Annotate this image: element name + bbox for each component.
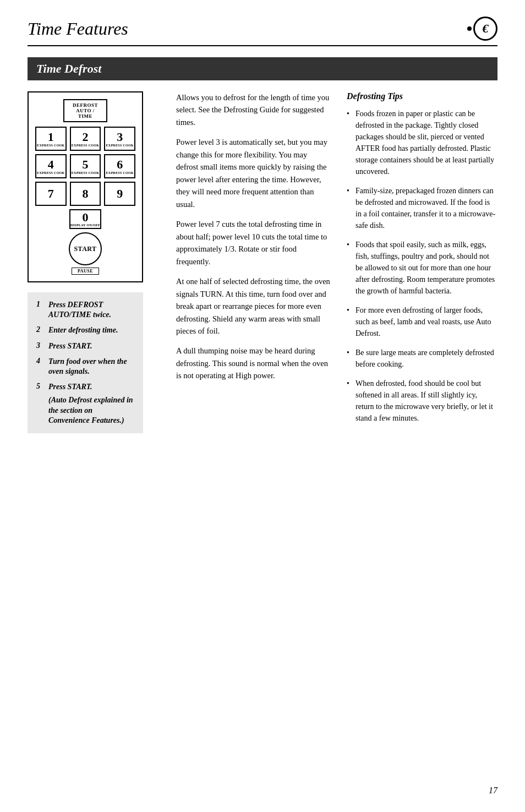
key-3[interactable]: 3 EXPRESS COOK — [104, 127, 135, 151]
main-content: DEFROST AUTO / TIME 1 EXPRESS COOK 2 EXP… — [28, 91, 497, 433]
step-3-num: 3 — [36, 341, 45, 351]
tip-1: Foods frozen in paper or plastic can be … — [347, 108, 497, 177]
defrost-button-line1: DEFROST — [73, 102, 98, 108]
key-1-number: 1 — [48, 131, 54, 143]
step-1: 1 Press DEFROST AUTO/TIME twice. — [36, 300, 134, 320]
middle-para-2: Power level 3 is automatically set, but … — [176, 136, 330, 210]
tip-6: When defrosted, food should be cool but … — [347, 378, 497, 424]
step-4-text: Turn food over when the oven signals. — [48, 357, 134, 377]
step-1-text: Press DEFROST AUTO/TIME twice. — [48, 300, 134, 320]
key-row-2: 4 EXPRESS COOK 5 EXPRESS COOK 6 EXPRESS … — [35, 154, 135, 178]
page-header: Time Features € — [28, 17, 497, 46]
steps-box: 1 Press DEFROST AUTO/TIME twice. 2 Enter… — [28, 292, 143, 433]
key-9-number: 9 — [117, 188, 123, 200]
pause-label: PAUSE — [72, 268, 99, 275]
header-icon: € — [473, 17, 497, 41]
key-3-label: EXPRESS COOK — [106, 144, 133, 147]
defrost-button-line2: AUTO / TIME — [76, 108, 95, 119]
key-9[interactable]: 9 — [104, 182, 135, 206]
key-0-label: DISPLAY ON/OFF — [70, 224, 100, 227]
step-3: 3 Press START. — [36, 341, 134, 351]
key-0-number: 0 — [83, 211, 89, 224]
key-8[interactable]: 8 — [70, 182, 101, 206]
tip-5: Be sure large meats are completely defro… — [347, 347, 497, 370]
key-6-number: 6 — [117, 159, 123, 171]
key-4-number: 4 — [48, 159, 54, 171]
right-column: Defrosting Tips Foods frozen in paper or… — [347, 91, 497, 433]
key-7-number: 7 — [48, 188, 54, 200]
key-2-label: EXPRESS COOK — [72, 144, 99, 147]
page: Time Features € Time Defrost DEFROST AUT… — [0, 0, 525, 812]
start-button[interactable]: START — [69, 232, 102, 265]
keypad: DEFROST AUTO / TIME 1 EXPRESS COOK 2 EXP… — [28, 91, 143, 282]
middle-para-5: A dull thumping noise may be heard durin… — [176, 345, 330, 382]
step-5: 5 Press START. — [36, 382, 134, 392]
step-3-text: Press START. — [48, 341, 92, 351]
key-7[interactable]: 7 — [35, 182, 67, 206]
key-1[interactable]: 1 EXPRESS COOK — [35, 127, 67, 151]
key-3-number: 3 — [117, 131, 123, 143]
page-number: 17 — [489, 786, 497, 795]
key-row-3: 7 8 9 — [35, 182, 135, 206]
key-2[interactable]: 2 EXPRESS COOK — [70, 127, 101, 151]
step-2: 2 Enter defrosting time. — [36, 325, 134, 335]
tips-list: Foods frozen in paper or plastic can be … — [347, 108, 497, 424]
key-row-1: 1 EXPRESS COOK 2 EXPRESS COOK 3 EXPRESS … — [35, 127, 135, 151]
key-5-number: 5 — [83, 159, 89, 171]
step-5-text: Press START. — [48, 382, 92, 392]
section-header: Time Defrost — [28, 57, 497, 80]
key-6[interactable]: 6 EXPRESS COOK — [104, 154, 135, 178]
key-1-label: EXPRESS COOK — [37, 144, 64, 147]
key-row-0: 0 DISPLAY ON/OFF — [35, 209, 135, 229]
middle-para-4: At one half of selected defrosting time,… — [176, 275, 330, 337]
key-0[interactable]: 0 DISPLAY ON/OFF — [69, 209, 101, 229]
middle-column: Allows you to defrost for the length of … — [176, 91, 330, 433]
key-5[interactable]: 5 EXPRESS COOK — [70, 154, 101, 178]
step-2-num: 2 — [36, 325, 45, 335]
step-note: (Auto Defrost explained in the section o… — [48, 395, 134, 426]
step-4: 4 Turn food over when the oven signals. — [36, 357, 134, 377]
left-column: DEFROST AUTO / TIME 1 EXPRESS COOK 2 EXP… — [28, 91, 160, 433]
tip-3: Foods that spoil easily, such as milk, e… — [347, 239, 497, 297]
step-1-num: 1 — [36, 300, 45, 320]
key-6-label: EXPRESS COOK — [106, 171, 133, 175]
key-2-number: 2 — [83, 131, 89, 143]
step-2-text: Enter defrosting time. — [48, 325, 118, 335]
tips-title: Defrosting Tips — [347, 91, 497, 101]
page-title: Time Features — [28, 19, 128, 39]
key-8-number: 8 — [83, 188, 89, 200]
key-4-label: EXPRESS COOK — [37, 171, 64, 175]
tip-4: For more even defrosting of larger foods… — [347, 304, 497, 339]
section-title: Time Defrost — [36, 62, 101, 75]
key-5-label: EXPRESS COOK — [72, 171, 99, 175]
middle-para-3: Power level 7 cuts the total defrosting … — [176, 218, 330, 268]
tip-2: Family-size, prepackaged frozen dinners … — [347, 185, 497, 231]
step-5-num: 5 — [36, 382, 45, 392]
step-4-num: 4 — [36, 357, 45, 377]
middle-para-1: Allows you to defrost for the length of … — [176, 91, 330, 128]
key-4[interactable]: 4 EXPRESS COOK — [35, 154, 67, 178]
defrost-auto-time-button[interactable]: DEFROST AUTO / TIME — [63, 99, 107, 122]
header-icon-char: € — [483, 21, 489, 36]
start-label: START — [74, 245, 96, 253]
